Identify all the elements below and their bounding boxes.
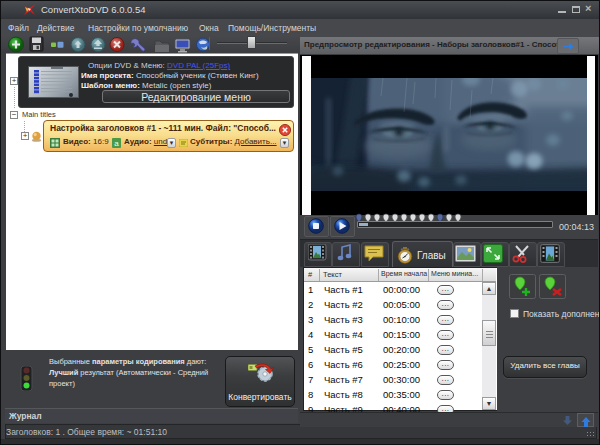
svg-text:a: a bbox=[114, 139, 119, 148]
